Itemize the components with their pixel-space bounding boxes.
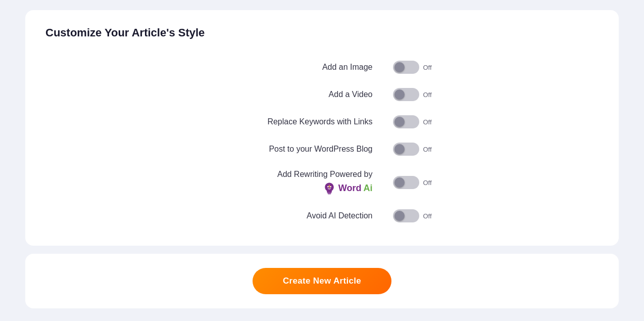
toggle-container-replace-keywords: Off [393,115,433,128]
customize-card: Customize Your Article's Style Add an Im… [25,10,619,246]
wordai-logo-icon [322,181,336,195]
option-label-post-wordpress: Post to your WordPress Blog [211,145,373,154]
wordai-text-word: Word [338,183,362,194]
option-row-add-video: Add a Video Off [45,81,599,108]
toggle-state-replace-keywords: Off [423,118,432,126]
options-list: Add an Image Off Add a Video Off [45,54,599,230]
option-label-add-rewriting: Add Rewriting Powered by [277,170,373,179]
toggle-container-add-rewriting: Off [393,176,433,189]
toggle-add-image[interactable] [393,61,419,74]
card-title: Customize Your Article's Style [45,26,599,39]
wordai-label-group: Add Rewriting Powered by WordAi [211,170,373,195]
toggle-container-avoid-ai: Off [393,209,433,222]
toggle-add-rewriting[interactable] [393,176,419,189]
option-row-add-rewriting: Add Rewriting Powered by WordAi [45,163,599,202]
toggle-container-add-image: Off [393,61,433,74]
toggle-container-add-video: Off [393,88,433,101]
toggle-add-video[interactable] [393,88,419,101]
toggle-state-avoid-ai: Off [423,212,432,220]
option-label-add-image: Add an Image [211,63,373,72]
svg-rect-1 [327,193,331,194]
toggle-state-add-video: Off [423,91,432,99]
wordai-brand: WordAi [322,181,373,195]
option-row-avoid-ai: Avoid AI Detection Off [45,202,599,230]
option-row-replace-keywords: Replace Keywords with Links Off [45,108,599,135]
option-row-add-image: Add an Image Off [45,54,599,81]
svg-rect-2 [328,194,331,194]
option-label-replace-keywords: Replace Keywords with Links [211,117,373,126]
toggle-state-post-wordpress: Off [423,146,432,153]
toggle-replace-keywords[interactable] [393,115,419,128]
toggle-container-post-wordpress: Off [393,143,433,156]
toggle-post-wordpress[interactable] [393,143,419,156]
option-label-avoid-ai: Avoid AI Detection [211,211,373,220]
toggle-state-add-image: Off [423,64,432,71]
toggle-state-add-rewriting: Off [423,179,432,187]
option-label-add-video: Add a Video [211,90,373,99]
wordai-text-ai: Ai [364,183,373,194]
option-row-post-wordpress: Post to your WordPress Blog Off [45,135,599,163]
footer-card: Create New Article [25,254,619,308]
create-article-button[interactable]: Create New Article [253,268,391,294]
toggle-avoid-ai[interactable] [393,209,419,222]
